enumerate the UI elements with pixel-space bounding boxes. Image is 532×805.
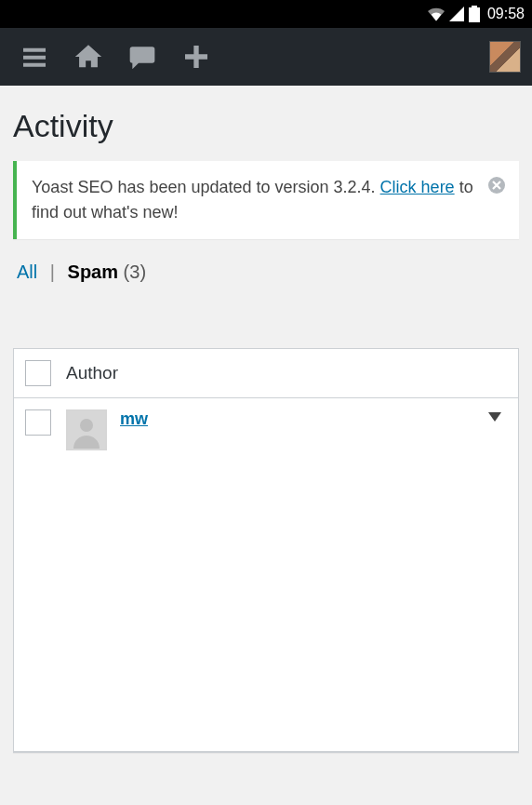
activity-table: Author mw [13, 348, 519, 753]
menu-button[interactable] [11, 34, 58, 80]
svg-point-4 [80, 419, 93, 432]
svg-rect-1 [469, 7, 480, 22]
close-icon [487, 176, 506, 195]
filter-all[interactable]: All [17, 262, 37, 282]
user-avatar[interactable] [489, 41, 521, 73]
admin-bar [0, 28, 532, 86]
home-icon [73, 41, 104, 73]
svg-rect-0 [472, 6, 477, 7]
comment-icon [127, 42, 157, 72]
hamburger-icon [20, 42, 49, 72]
person-icon [68, 411, 105, 449]
notice-text-before: Yoast SEO has been updated to version 3.… [32, 178, 380, 196]
battery-icon [469, 6, 480, 22]
column-author[interactable]: Author [66, 363, 118, 383]
filter-spam[interactable]: Spam (3) [68, 262, 146, 282]
status-bar: 09:58 [0, 0, 532, 28]
comments-button[interactable] [119, 34, 166, 80]
notice-link[interactable]: Click here [380, 178, 455, 196]
plus-icon [181, 42, 211, 72]
filter-spam-label: Spam [68, 262, 118, 282]
signal-icon [448, 7, 465, 21]
author-avatar [66, 409, 107, 450]
add-button[interactable] [173, 34, 219, 80]
update-notice: Yoast SEO has been updated to version 3.… [13, 161, 519, 239]
chevron-down-icon [488, 412, 501, 422]
filter-tabs: All | Spam (3) [0, 239, 532, 302]
table-header: Author [14, 349, 518, 398]
home-button[interactable] [65, 34, 112, 80]
wifi-icon [428, 7, 445, 21]
page-title: Activity [0, 86, 532, 161]
table-row[interactable]: mw [14, 398, 518, 752]
filter-separator: | [50, 262, 55, 282]
select-all-checkbox[interactable] [25, 360, 51, 386]
row-checkbox[interactable] [25, 409, 51, 436]
filter-spam-count: (3) [124, 262, 146, 282]
row-expand-toggle[interactable] [488, 409, 507, 424]
status-time: 09:58 [487, 6, 525, 22]
dismiss-button[interactable] [485, 174, 508, 196]
author-link[interactable]: mw [120, 409, 148, 429]
